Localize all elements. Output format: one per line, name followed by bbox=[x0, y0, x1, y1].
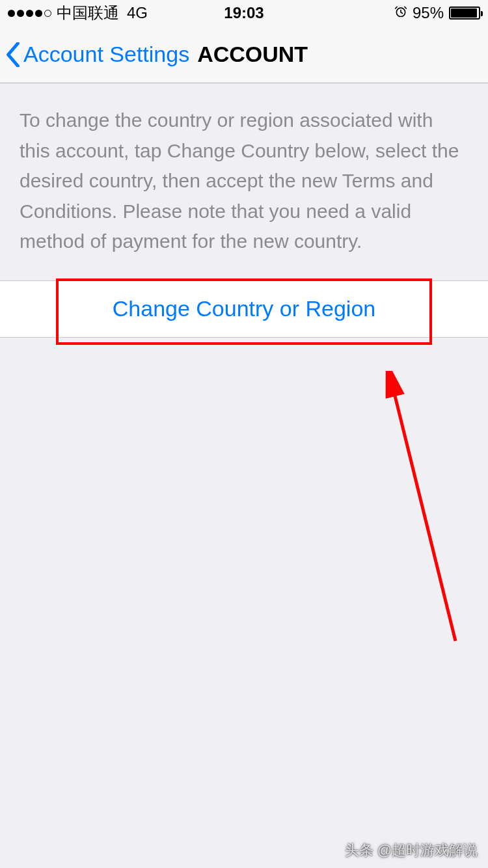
annotation-arrow-icon bbox=[384, 371, 462, 644]
watermark-text: 头条 @超时游戏解说 bbox=[345, 841, 478, 860]
back-chevron-icon[interactable] bbox=[5, 42, 21, 68]
carrier-label: 中国联通 bbox=[57, 3, 119, 23]
status-bar: 中国联通 4G 19:03 95% bbox=[0, 0, 488, 26]
status-left: 中国联通 4G bbox=[8, 3, 148, 23]
svg-line-2 bbox=[390, 377, 455, 641]
battery-percentage: 95% bbox=[413, 4, 444, 22]
status-right: 95% bbox=[394, 4, 480, 22]
change-country-button[interactable]: Change Country or Region bbox=[0, 280, 488, 338]
status-time: 19:03 bbox=[224, 4, 264, 22]
navigation-bar: Account Settings ACCOUNT bbox=[0, 26, 488, 83]
battery-icon bbox=[449, 7, 480, 20]
description-text: To change the country or region associat… bbox=[0, 83, 488, 280]
network-label: 4G bbox=[127, 4, 148, 22]
signal-strength-icon bbox=[8, 10, 51, 17]
alarm-icon bbox=[394, 5, 407, 21]
page-title: ACCOUNT bbox=[197, 42, 308, 67]
change-country-label: Change Country or Region bbox=[113, 296, 375, 321]
back-button[interactable]: Account Settings bbox=[23, 42, 189, 67]
